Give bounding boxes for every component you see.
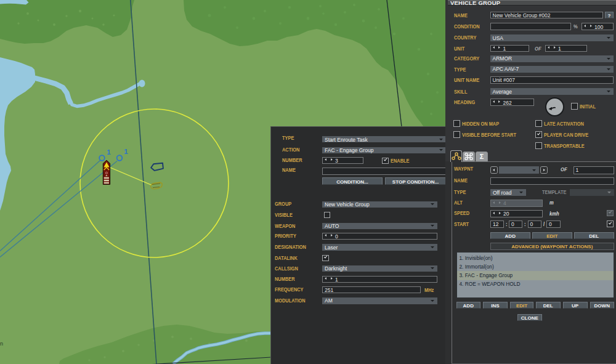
svg-text:n: n: [0, 341, 3, 347]
svg-text:1: 1: [124, 148, 128, 155]
svg-text:1: 1: [107, 148, 111, 156]
